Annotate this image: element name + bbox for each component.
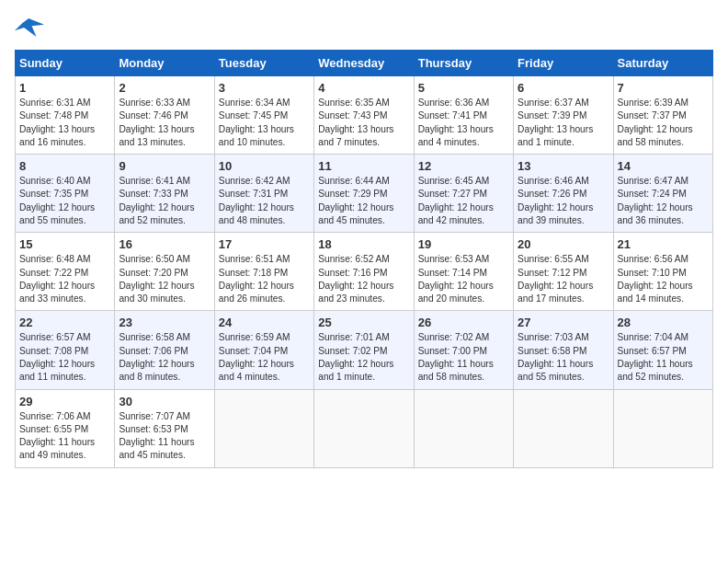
calendar-cell: 13Sunrise: 6:46 AM Sunset: 7:26 PM Dayli… xyxy=(514,155,613,233)
calendar-cell: 10Sunrise: 6:42 AM Sunset: 7:31 PM Dayli… xyxy=(214,155,313,233)
calendar-cell: 16Sunrise: 6:50 AM Sunset: 7:20 PM Dayli… xyxy=(115,233,214,311)
day-number: 11 xyxy=(318,159,409,173)
calendar-cell: 2Sunrise: 6:33 AM Sunset: 7:46 PM Daylig… xyxy=(115,76,214,155)
calendar-cell: 17Sunrise: 6:51 AM Sunset: 7:18 PM Dayli… xyxy=(214,233,313,311)
day-cell-content: Sunrise: 6:57 AM Sunset: 7:08 PM Dayligh… xyxy=(19,331,110,384)
day-number: 18 xyxy=(318,237,409,251)
day-number: 30 xyxy=(119,395,210,408)
day-number: 28 xyxy=(618,316,709,329)
day-cell-content: Sunrise: 6:39 AM Sunset: 7:37 PM Dayligh… xyxy=(618,97,709,149)
day-number: 29 xyxy=(19,395,110,408)
day-cell-content: Sunrise: 7:06 AM Sunset: 6:55 PM Dayligh… xyxy=(19,410,110,463)
day-cell-content: Sunrise: 6:46 AM Sunset: 7:26 PM Dayligh… xyxy=(518,175,609,227)
day-cell-content: Sunrise: 7:01 AM Sunset: 7:02 PM Dayligh… xyxy=(318,331,409,384)
svg-marker-0 xyxy=(15,18,44,37)
day-number: 1 xyxy=(19,81,110,95)
calendar-cell: 3Sunrise: 6:34 AM Sunset: 7:45 PM Daylig… xyxy=(214,76,313,155)
day-cell-content: Sunrise: 6:47 AM Sunset: 7:24 PM Dayligh… xyxy=(618,175,709,227)
day-number: 25 xyxy=(318,316,409,329)
calendar-cell: 19Sunrise: 6:53 AM Sunset: 7:14 PM Dayli… xyxy=(414,233,513,311)
logo-bird-icon xyxy=(15,15,44,40)
day-number: 24 xyxy=(219,316,310,329)
day-number: 17 xyxy=(219,237,310,251)
day-number: 12 xyxy=(418,159,509,173)
calendar-week-5: 29Sunrise: 7:06 AM Sunset: 6:55 PM Dayli… xyxy=(16,389,713,467)
calendar-cell: 24Sunrise: 6:59 AM Sunset: 7:04 PM Dayli… xyxy=(214,311,313,389)
calendar-cell: 6Sunrise: 6:37 AM Sunset: 7:39 PM Daylig… xyxy=(514,76,613,155)
calendar-cell: 11Sunrise: 6:44 AM Sunset: 7:29 PM Dayli… xyxy=(314,155,414,233)
day-cell-content: Sunrise: 6:51 AM Sunset: 7:18 PM Dayligh… xyxy=(219,253,310,305)
day-number: 13 xyxy=(518,159,609,173)
day-cell-content: Sunrise: 6:35 AM Sunset: 7:43 PM Dayligh… xyxy=(318,97,409,149)
calendar-cell: 27Sunrise: 7:03 AM Sunset: 6:58 PM Dayli… xyxy=(514,311,613,389)
calendar-cell: 7Sunrise: 6:39 AM Sunset: 7:37 PM Daylig… xyxy=(613,76,712,155)
day-cell-content: Sunrise: 6:55 AM Sunset: 7:12 PM Dayligh… xyxy=(518,253,609,305)
day-cell-content: Sunrise: 7:07 AM Sunset: 6:53 PM Dayligh… xyxy=(119,410,210,463)
day-cell-content: Sunrise: 7:04 AM Sunset: 6:57 PM Dayligh… xyxy=(618,331,709,384)
day-header-saturday: Saturday xyxy=(613,51,712,76)
calendar-cell: 21Sunrise: 6:56 AM Sunset: 7:10 PM Dayli… xyxy=(613,233,712,311)
day-number: 8 xyxy=(19,159,110,173)
calendar-cell: 20Sunrise: 6:55 AM Sunset: 7:12 PM Dayli… xyxy=(514,233,613,311)
day-number: 2 xyxy=(119,81,210,95)
calendar-cell: 15Sunrise: 6:48 AM Sunset: 7:22 PM Dayli… xyxy=(16,233,115,311)
day-cell-content: Sunrise: 6:41 AM Sunset: 7:33 PM Dayligh… xyxy=(119,175,210,227)
day-number: 6 xyxy=(518,81,609,95)
day-header-monday: Monday xyxy=(115,51,214,76)
calendar-cell: 29Sunrise: 7:06 AM Sunset: 6:55 PM Dayli… xyxy=(16,389,115,467)
calendar-week-2: 8Sunrise: 6:40 AM Sunset: 7:35 PM Daylig… xyxy=(16,155,713,233)
day-number: 19 xyxy=(418,237,509,251)
day-header-friday: Friday xyxy=(514,51,613,76)
calendar-cell: 9Sunrise: 6:41 AM Sunset: 7:33 PM Daylig… xyxy=(115,155,214,233)
calendar-cell: 14Sunrise: 6:47 AM Sunset: 7:24 PM Dayli… xyxy=(613,155,712,233)
day-number: 7 xyxy=(618,81,709,95)
calendar-cell xyxy=(214,389,313,467)
day-cell-content: Sunrise: 6:58 AM Sunset: 7:06 PM Dayligh… xyxy=(119,331,210,384)
calendar-header-row: SundayMondayTuesdayWednesdayThursdayFrid… xyxy=(16,51,713,76)
calendar-cell: 28Sunrise: 7:04 AM Sunset: 6:57 PM Dayli… xyxy=(613,311,712,389)
calendar-table: SundayMondayTuesdayWednesdayThursdayFrid… xyxy=(15,50,713,468)
day-cell-content: Sunrise: 7:02 AM Sunset: 7:00 PM Dayligh… xyxy=(418,331,509,384)
day-cell-content: Sunrise: 6:42 AM Sunset: 7:31 PM Dayligh… xyxy=(219,175,310,227)
day-header-wednesday: Wednesday xyxy=(314,51,414,76)
calendar-week-1: 1Sunrise: 6:31 AM Sunset: 7:48 PM Daylig… xyxy=(16,76,713,155)
calendar-cell: 30Sunrise: 7:07 AM Sunset: 6:53 PM Dayli… xyxy=(115,389,214,467)
day-number: 4 xyxy=(318,81,409,95)
day-cell-content: Sunrise: 6:31 AM Sunset: 7:48 PM Dayligh… xyxy=(19,97,110,149)
day-number: 26 xyxy=(418,316,509,329)
day-cell-content: Sunrise: 6:52 AM Sunset: 7:16 PM Dayligh… xyxy=(318,253,409,305)
calendar-week-3: 15Sunrise: 6:48 AM Sunset: 7:22 PM Dayli… xyxy=(16,233,713,311)
day-cell-content: Sunrise: 6:37 AM Sunset: 7:39 PM Dayligh… xyxy=(518,97,609,149)
day-number: 20 xyxy=(518,237,609,251)
day-number: 9 xyxy=(119,159,210,173)
day-cell-content: Sunrise: 6:33 AM Sunset: 7:46 PM Dayligh… xyxy=(119,97,210,149)
day-header-thursday: Thursday xyxy=(414,51,513,76)
day-cell-content: Sunrise: 6:48 AM Sunset: 7:22 PM Dayligh… xyxy=(19,253,110,305)
day-number: 3 xyxy=(219,81,310,95)
day-number: 15 xyxy=(19,237,110,251)
calendar-cell: 18Sunrise: 6:52 AM Sunset: 7:16 PM Dayli… xyxy=(314,233,414,311)
day-number: 10 xyxy=(219,159,310,173)
calendar-cell xyxy=(314,389,414,467)
day-number: 23 xyxy=(119,316,210,329)
day-number: 27 xyxy=(518,316,609,329)
day-cell-content: Sunrise: 6:53 AM Sunset: 7:14 PM Dayligh… xyxy=(418,253,509,305)
day-cell-content: Sunrise: 7:03 AM Sunset: 6:58 PM Dayligh… xyxy=(518,331,609,384)
day-number: 22 xyxy=(19,316,110,329)
calendar-cell: 4Sunrise: 6:35 AM Sunset: 7:43 PM Daylig… xyxy=(314,76,414,155)
calendar-cell xyxy=(613,389,712,467)
day-cell-content: Sunrise: 6:59 AM Sunset: 7:04 PM Dayligh… xyxy=(219,331,310,384)
calendar-body: 1Sunrise: 6:31 AM Sunset: 7:48 PM Daylig… xyxy=(16,76,713,468)
calendar-cell: 5Sunrise: 6:36 AM Sunset: 7:41 PM Daylig… xyxy=(414,76,513,155)
day-cell-content: Sunrise: 6:34 AM Sunset: 7:45 PM Dayligh… xyxy=(219,97,310,149)
day-number: 14 xyxy=(618,159,709,173)
calendar-cell xyxy=(514,389,613,467)
calendar-cell: 22Sunrise: 6:57 AM Sunset: 7:08 PM Dayli… xyxy=(16,311,115,389)
calendar-cell: 23Sunrise: 6:58 AM Sunset: 7:06 PM Dayli… xyxy=(115,311,214,389)
day-cell-content: Sunrise: 6:45 AM Sunset: 7:27 PM Dayligh… xyxy=(418,175,509,227)
day-cell-content: Sunrise: 6:44 AM Sunset: 7:29 PM Dayligh… xyxy=(318,175,409,227)
day-header-sunday: Sunday xyxy=(16,51,115,76)
calendar-cell: 1Sunrise: 6:31 AM Sunset: 7:48 PM Daylig… xyxy=(16,76,115,155)
calendar-cell: 25Sunrise: 7:01 AM Sunset: 7:02 PM Dayli… xyxy=(314,311,414,389)
calendar-cell xyxy=(414,389,513,467)
